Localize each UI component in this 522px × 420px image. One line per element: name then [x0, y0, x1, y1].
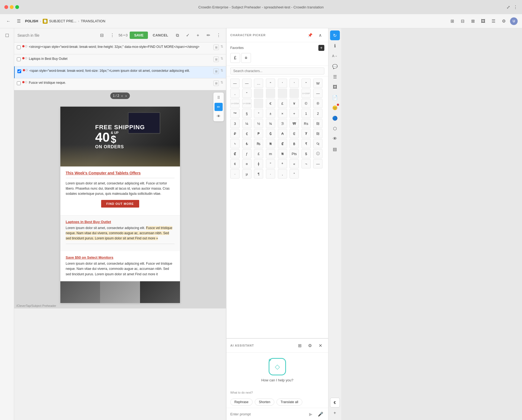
- char-cell[interactable]: ₽: [230, 129, 240, 138]
- search-input[interactable]: [17, 33, 96, 38]
- char-cell[interactable]: ·: [266, 169, 275, 178]
- dots-icon[interactable]: ⋮: [513, 5, 518, 10]
- plus-icon[interactable]: +: [194, 31, 202, 39]
- char-cell[interactable]: ৳: [230, 139, 240, 148]
- char-cell[interactable]: ƒ: [242, 149, 251, 158]
- table-row[interactable]: Fusce vel tristique neque. ⊞ ⇅: [14, 78, 226, 90]
- refresh-icon-btn[interactable]: ↻: [330, 30, 340, 40]
- image-view-icon[interactable]: 🖼: [479, 17, 487, 25]
- crowdin-icon-btn[interactable]: 🔵: [330, 113, 340, 123]
- ai-send-button[interactable]: ▶: [307, 410, 315, 418]
- filter-icon[interactable]: ⊟: [98, 31, 106, 39]
- edit-tool-button[interactable]: ✏: [215, 103, 223, 111]
- char-cell[interactable]: ₺: [242, 139, 251, 148]
- expand-icon[interactable]: ⤢: [507, 5, 510, 10]
- char-cell[interactable]: U+200B: [242, 99, 251, 108]
- maximize-button[interactable]: [15, 5, 19, 9]
- char-cell[interactable]: —: [313, 159, 322, 168]
- char-cell[interactable]: ·: [230, 169, 240, 178]
- char-cell[interactable]: —: [230, 79, 240, 88]
- edit-icon[interactable]: ✏: [204, 31, 212, 39]
- row-checkbox-4[interactable]: [17, 81, 21, 85]
- char-cell[interactable]: µ: [242, 169, 251, 178]
- char-cell[interactable]: ⓘ: [313, 149, 322, 158]
- char-cell[interactable]: ®: [313, 99, 322, 108]
- char-cell[interactable]: ¬: [302, 159, 311, 168]
- char-cell[interactable]: U+200F: [302, 89, 311, 98]
- char-cell[interactable]: ": [266, 159, 275, 168]
- pin-icon[interactable]: 📌: [306, 31, 314, 39]
- grid-tool-button[interactable]: ⠿: [215, 94, 223, 102]
- euro-label-btn[interactable]: €: [330, 398, 340, 407]
- char-cell[interactable]: 3: [230, 119, 240, 128]
- char-cell[interactable]: ×: [278, 109, 287, 118]
- columns-icon[interactable]: ⊠: [469, 17, 477, 25]
- char-cell[interactable]: ,: [278, 169, 287, 178]
- cta-button[interactable]: FIND OUT MORE: [101, 200, 139, 208]
- row-checkbox-3[interactable]: [17, 69, 21, 73]
- char-cell[interactable]: ₦: [278, 149, 287, 158]
- char-cell[interactable]: —: [242, 79, 251, 88]
- char-cell[interactable]: ,: [230, 89, 240, 98]
- char-cell[interactable]: ¤: [242, 159, 251, 168]
- char-cell[interactable]: ₮: [302, 129, 311, 138]
- user-avatar[interactable]: U: [510, 17, 518, 25]
- char-cell[interactable]: —: [313, 89, 322, 98]
- char-cell[interactable]: ': [278, 79, 287, 88]
- char-cell[interactable]: £: [278, 99, 287, 108]
- save-button[interactable]: SAVE: [130, 32, 148, 39]
- rephrase-button[interactable]: Rephrase: [230, 399, 253, 406]
- table-row[interactable]: Laptops in Best Buy Outlet ⊞ ⇅: [14, 54, 226, 66]
- char-cell[interactable]: ₢: [290, 129, 299, 138]
- add-favorite-button[interactable]: +: [318, 45, 324, 51]
- char-cell[interactable]: $: [302, 149, 311, 158]
- char-cell[interactable]: ₨: [254, 139, 263, 148]
- char-cell[interactable]: ¶: [254, 169, 263, 178]
- shorten-button[interactable]: Shorten: [255, 399, 274, 406]
- char-cell[interactable]: ǂ: [254, 159, 263, 168]
- char-cell[interactable]: [278, 89, 287, 98]
- layers-icon-btn[interactable]: ▤: [330, 144, 340, 154]
- row-action-2[interactable]: ⊞: [213, 57, 219, 62]
- list-icon-btn[interactable]: ☰: [330, 72, 340, 82]
- table-row[interactable]: <strong><span style="word-break: break-w…: [14, 42, 226, 54]
- eye-tool-button[interactable]: 👁: [215, 112, 223, 120]
- left-icon-checkbox[interactable]: ☐: [2, 30, 12, 40]
- char-cell[interactable]: ª: [278, 159, 287, 168]
- split-icon[interactable]: ⊟: [458, 17, 467, 25]
- info-icon-btn[interactable]: ℹ: [330, 41, 340, 51]
- char-cell[interactable]: [254, 99, 263, 108]
- fav-char-currency[interactable]: ¤: [241, 53, 251, 63]
- char-cell[interactable]: ': [290, 79, 299, 88]
- list-view-icon[interactable]: ☰: [489, 17, 498, 25]
- row-checkbox-2[interactable]: [17, 57, 21, 61]
- fav-char-pound[interactable]: £: [230, 53, 240, 63]
- char-cell[interactable]: ₵: [242, 129, 251, 138]
- char-cell[interactable]: £: [254, 149, 263, 158]
- ai-mic-button[interactable]: 🎤: [317, 410, 324, 418]
- char-cell[interactable]: ½: [254, 119, 263, 128]
- char-cell[interactable]: ": [302, 79, 311, 88]
- row-action-1[interactable]: ⊞: [213, 45, 219, 50]
- char-cell[interactable]: ₪: [313, 129, 322, 138]
- page-next-button[interactable]: ›: [125, 94, 127, 98]
- char-cell[interactable]: 2: [313, 109, 322, 118]
- back-button[interactable]: ←: [4, 17, 13, 25]
- char-cell[interactable]: €: [266, 99, 275, 108]
- translate-all-button[interactable]: Translate all: [276, 399, 302, 406]
- char-cell[interactable]: W: [313, 79, 322, 88]
- char-cell[interactable]: °: [254, 109, 263, 118]
- close-button[interactable]: [4, 5, 8, 9]
- menu-button[interactable]: ☰: [15, 17, 23, 25]
- check-icon[interactable]: ✓: [184, 31, 192, 39]
- add-panel-button[interactable]: +: [330, 408, 340, 418]
- char-cell[interactable]: ₡: [230, 149, 240, 158]
- row-action-4[interactable]: ⊞: [213, 81, 219, 86]
- char-cell[interactable]: ¾: [266, 119, 275, 128]
- ai-prompt-input[interactable]: [230, 412, 305, 416]
- comment-icon-btn[interactable]: 💬: [330, 61, 340, 71]
- char-cell[interactable]: [254, 89, 263, 98]
- app-icon-btn[interactable]: ⬡: [330, 123, 340, 133]
- char-cell[interactable]: ₡: [278, 139, 287, 148]
- char-cell[interactable]: Rs: [302, 119, 311, 128]
